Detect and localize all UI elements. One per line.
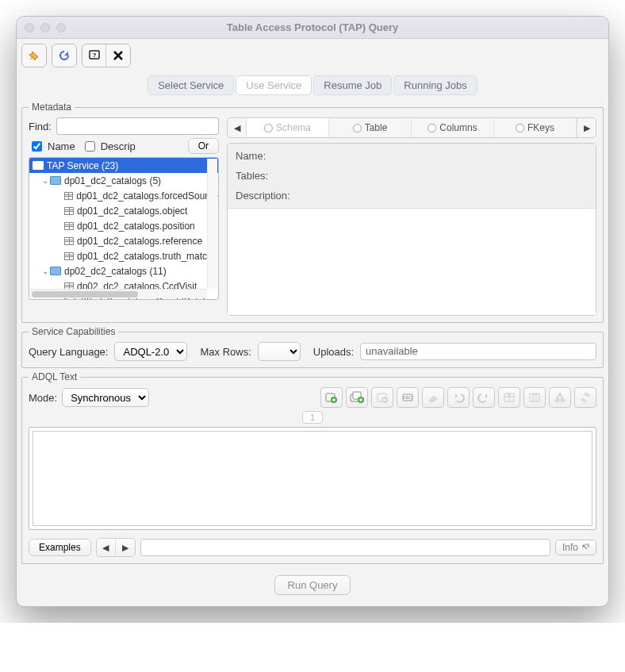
computer-icon <box>33 161 44 170</box>
close-dot[interactable] <box>25 23 34 33</box>
tree-group[interactable]: ⌄ dp01_dc2_catalogs (5) <box>29 173 218 188</box>
metadata-section: Metadata Find: Name Descrip Or <box>21 102 604 323</box>
tab-select-service[interactable]: Select Service <box>148 75 234 95</box>
footer: Run Query <box>17 567 608 606</box>
tree-leaf[interactable]: dp01_dc2_catalogs.reference <box>29 233 218 248</box>
tree-scrollbar-x[interactable] <box>30 289 207 298</box>
insert-cols-button[interactable]: COL <box>523 387 546 408</box>
tab-fkeys[interactable]: FKeys <box>494 118 577 137</box>
tabs-prev-button[interactable]: ◀ <box>228 118 247 137</box>
info-button[interactable]: Info <box>555 540 596 555</box>
capabilities-section: Service Capabilities Query Language: ADQ… <box>21 326 604 368</box>
find-input[interactable] <box>56 117 219 135</box>
schema-tree[interactable]: TAP Service (23) ⌄ dp01_dc2_catalogs (5)… <box>29 157 219 300</box>
tab-resume-job[interactable]: Resume Job <box>313 75 392 95</box>
svg-text:ABC: ABC <box>403 395 413 400</box>
detail-name-label: Name: <box>236 150 588 162</box>
tab-columns[interactable]: Columns <box>412 118 494 137</box>
query-lang-select[interactable]: ADQL-2.0 <box>114 342 187 361</box>
adql-section: ADQL Text Mode: Synchronous ABC <box>21 371 604 564</box>
validate-button[interactable] <box>549 387 571 408</box>
svg-text:TBL: TBL <box>507 394 512 397</box>
max-rows-label: Max Rows: <box>200 346 251 358</box>
filter-name-checkbox[interactable] <box>32 141 42 152</box>
mode-select[interactable]: Synchronous <box>62 388 149 407</box>
tab-use-service[interactable]: Use Service <box>236 75 312 95</box>
tree-root[interactable]: TAP Service (23) <box>29 158 218 173</box>
meta-left: Find: Name Descrip Or TAP Service (23) <box>29 117 219 316</box>
svg-rect-18 <box>581 397 588 403</box>
adql-editor[interactable] <box>33 431 592 526</box>
filter-descrip-checkbox[interactable] <box>85 141 95 152</box>
tree-scrollbar-y[interactable] <box>207 159 217 289</box>
tree-leaf[interactable]: dp01_dc2_catalogs.object <box>29 203 218 218</box>
example-prev-button[interactable]: ◀ <box>97 539 116 556</box>
min-dot[interactable] <box>40 23 50 33</box>
tab-fkeys-label: FKeys <box>527 122 554 133</box>
zoom-dot[interactable] <box>56 23 66 33</box>
table-icon <box>64 222 74 230</box>
metadata-legend: Metadata <box>29 102 75 113</box>
info-label: Info <box>562 542 578 553</box>
tabs-next-button[interactable]: ▶ <box>577 118 596 137</box>
tab-table[interactable]: Table <box>329 118 412 137</box>
tree-leaf[interactable]: dp01_dc2_catalogs.truth_match <box>29 248 218 263</box>
tab-table-label: Table <box>365 122 388 133</box>
tree-group[interactable]: ⌄ dp02_dc2_catalogs (11) <box>29 263 218 278</box>
reload-button[interactable] <box>52 44 76 67</box>
collapse-icon[interactable]: ⌄ <box>40 176 50 185</box>
undo-button[interactable] <box>447 387 470 408</box>
tree-root-label: TAP Service (23) <box>47 160 118 171</box>
detail-description-label: Description: <box>236 190 588 202</box>
svg-text:?: ? <box>92 52 96 59</box>
redo-button[interactable] <box>473 387 495 408</box>
format-button[interactable] <box>574 387 596 408</box>
cancel-button[interactable] <box>106 44 130 67</box>
table-icon <box>64 207 74 215</box>
radio-icon <box>353 124 362 132</box>
clear-button[interactable] <box>422 387 444 408</box>
svg-text:COL: COL <box>532 394 538 397</box>
tab-schema[interactable]: Schema <box>247 118 329 137</box>
collapse-icon[interactable]: ⌄ <box>40 267 50 275</box>
copy-tab-button[interactable] <box>346 387 368 408</box>
edit-title-button[interactable]: ABC <box>397 387 419 408</box>
tree-leaf-label: dp01_dc2_catalogs.position <box>77 221 195 232</box>
tree-leaf[interactable]: dp01_dc2_catalogs.position <box>29 218 218 233</box>
folder-icon <box>50 267 61 275</box>
find-label: Find: <box>29 121 52 132</box>
meta-right: ◀ Schema Table Columns <box>227 117 596 316</box>
uploads-field: unavailable <box>360 343 596 360</box>
uploads-label: Uploads: <box>313 346 354 358</box>
main-tabs: Select Service Use Service Resume Job Ru… <box>17 67 608 98</box>
table-icon <box>64 192 73 200</box>
examples-button[interactable]: Examples <box>29 539 91 556</box>
detail-tabs: ◀ Schema Table Columns <box>227 117 596 138</box>
mode-label: Mode: <box>29 392 57 404</box>
detail-box: Name: Tables: Description: <box>227 143 596 316</box>
or-button[interactable]: Or <box>188 138 219 154</box>
editor-frame <box>29 427 596 530</box>
run-query-button[interactable]: Run Query <box>274 575 351 595</box>
insert-table-button[interactable]: TBL <box>498 387 520 408</box>
radio-icon <box>264 124 273 132</box>
tab-columns-label: Columns <box>439 122 477 133</box>
tab-running-jobs[interactable]: Running Jobs <box>393 75 477 95</box>
max-rows-select[interactable] <box>258 342 301 361</box>
window-title: Table Access Protocol (TAP) Query <box>17 21 608 33</box>
titlebar: Table Access Protocol (TAP) Query <box>17 17 608 39</box>
remove-tab-button[interactable] <box>371 387 393 408</box>
tree-leaf-label: dp01_dc2_catalogs.forcedSource <box>76 190 218 202</box>
add-tab-button[interactable] <box>320 387 343 408</box>
help-button[interactable]: ? <box>82 44 106 67</box>
example-field <box>140 539 550 556</box>
radio-icon <box>428 124 436 132</box>
svg-rect-16 <box>559 400 560 401</box>
query-lang-label: Query Language: <box>29 346 108 358</box>
tree-leaf[interactable]: dp01_dc2_catalogs.forcedSource <box>29 188 218 203</box>
example-next-button[interactable]: ▶ <box>116 539 135 556</box>
query-tab-1[interactable]: 1 <box>302 411 323 424</box>
svg-rect-15 <box>559 396 560 399</box>
external-link-icon <box>581 543 589 551</box>
pin-button[interactable] <box>22 44 46 67</box>
